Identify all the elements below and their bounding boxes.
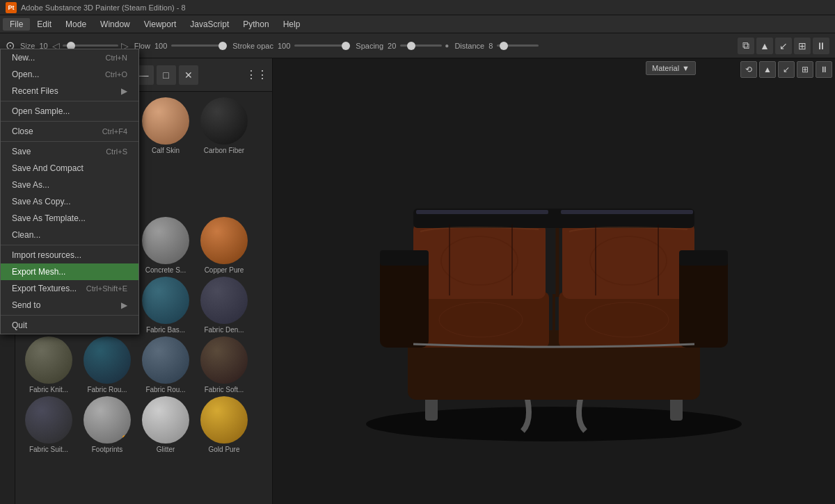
material-label-carbon-fiber: Carbon Fiber: [204, 147, 244, 154]
flow-section: Flow 100: [134, 42, 228, 50]
material-label-calf-skin: Calf Skin: [152, 147, 180, 154]
armrest-left-top: [380, 250, 429, 266]
material-sphere-fabric-rou1: [84, 336, 131, 384]
stroke-opac-slider[interactable]: [294, 44, 350, 47]
menu-quit[interactable]: Quit: [1, 317, 138, 334]
material-fabric-knit[interactable]: Fabric Knit...: [21, 336, 77, 393]
distance-slider-container: [497, 44, 539, 47]
toolbar-btn-3[interactable]: ↙: [775, 38, 792, 54]
material-sphere-fabric-knit: [25, 336, 72, 384]
material-sphere-concrete-s3: [142, 217, 189, 264]
couch-render-area: [273, 58, 835, 504]
material-fabric-den[interactable]: Fabric Den...: [196, 277, 252, 334]
material-label-copper-pure: Copper Pure: [205, 266, 244, 274]
panel-maximize[interactable]: □: [157, 65, 176, 85]
material-glitter[interactable]: Glitter: [138, 396, 193, 453]
panel-close[interactable]: ✕: [179, 65, 198, 85]
material-label-fabric-rou2: Fabric Rou...: [145, 386, 185, 393]
material-fabric-suit[interactable]: Fabric Suit...: [21, 396, 77, 453]
distance-section: Distance 8: [454, 42, 539, 50]
menu-window[interactable]: Window: [93, 18, 137, 31]
panel-grid-toggle[interactable]: ⋮⋮: [247, 65, 267, 85]
stroke-opac-label: Stroke opac: [232, 42, 273, 50]
viewport-btn-up[interactable]: ▲: [759, 61, 776, 78]
menu-edit[interactable]: Edit: [30, 18, 58, 31]
distance-slider[interactable]: [497, 44, 539, 47]
material-dropdown-label: Material: [652, 64, 679, 72]
menu-save-as[interactable]: Save As...: [1, 177, 138, 193]
viewport-btn-pan[interactable]: ↙: [778, 61, 795, 78]
toolbar-btn-4[interactable]: ⊞: [794, 38, 811, 54]
couch-svg: [310, 115, 797, 448]
menu-send-to[interactable]: Send to ▶: [1, 297, 138, 314]
size-slider[interactable]: [63, 44, 118, 47]
menu-bar: File Edit Mode Window Viewport JavaScrip…: [0, 15, 835, 33]
menu-file[interactable]: File: [3, 18, 30, 31]
material-label-gold-pure: Gold Pure: [208, 446, 239, 453]
separator-2: [1, 121, 138, 122]
viewport-controls: ⟲ ▲ ↙ ⊞ ⏸: [740, 61, 832, 78]
material-dropdown[interactable]: Material ▼: [646, 61, 696, 75]
material-label-fabric-den: Fabric Den...: [204, 326, 244, 334]
stroke-opac-slider-container: [294, 44, 350, 47]
armrest-left: [380, 254, 429, 348]
distance-value: 8: [488, 42, 493, 50]
material-sphere-footprints: [84, 396, 131, 444]
material-label-fabric-knit: Fabric Knit...: [29, 386, 68, 393]
viewport-btn-pause[interactable]: ⏸: [816, 61, 832, 78]
menu-javascript[interactable]: JavaScript: [183, 18, 236, 31]
material-gold-pure[interactable]: Gold Pure: [196, 396, 252, 453]
material-fabric-soft[interactable]: Fabric Soft...: [196, 336, 252, 393]
menu-save-as-template[interactable]: Save As Template...: [1, 210, 138, 227]
menu-export-mesh[interactable]: Export Mesh...: [1, 263, 138, 280]
menu-clean[interactable]: Clean...: [1, 227, 138, 243]
menu-open-sample[interactable]: Open Sample...: [1, 103, 138, 120]
spacing-value: 20: [388, 42, 396, 50]
menu-save-and-compact[interactable]: Save And Compact: [1, 160, 138, 177]
seat-cushion-left: [413, 292, 549, 348]
stroke-opac-section: Stroke opac 100: [232, 42, 350, 50]
toolbar-btn-5[interactable]: ⏸: [813, 38, 829, 54]
materials-row-6: Fabric Suit... Footprints Glitter Gold P…: [21, 396, 267, 453]
material-carbon-fiber[interactable]: Carbon Fiber: [196, 97, 252, 154]
viewport: Material ▼ ⟲ ▲ ↙ ⊞ ⏸: [273, 58, 835, 504]
menu-help[interactable]: Help: [276, 18, 308, 31]
menu-open[interactable]: Open... Ctrl+O: [1, 66, 138, 83]
menu-python[interactable]: Python: [236, 18, 276, 31]
material-footprints[interactable]: Footprints: [79, 396, 135, 453]
separator-4: [1, 245, 138, 245]
material-fabric-rou2[interactable]: Fabric Rou...: [138, 336, 193, 393]
back-cushion-left: [413, 222, 546, 299]
menu-save[interactable]: Save Ctrl+S: [1, 143, 138, 160]
material-label-fabric-ba2: Fabric Bas...: [146, 326, 185, 334]
material-calf-skin[interactable]: Calf Skin: [138, 97, 193, 154]
material-sphere-fabric-rou2: [142, 336, 189, 384]
menu-export-textures[interactable]: Export Textures... Ctrl+Shift+E: [1, 280, 138, 297]
flow-slider[interactable]: [171, 44, 227, 47]
menu-close[interactable]: Close Ctrl+F4: [1, 123, 138, 140]
viewport-btn-rotate[interactable]: ⟲: [740, 61, 757, 78]
menu-mode[interactable]: Mode: [58, 18, 93, 31]
material-sphere-calf-skin: [142, 97, 189, 145]
material-fabric-ba2[interactable]: Fabric Bas...: [138, 277, 193, 334]
title-bar: Pt Adobe Substance 3D Painter (Steam Edi…: [0, 0, 835, 15]
material-label-fabric-soft: Fabric Soft...: [205, 386, 244, 393]
spacing-label: Spacing: [356, 42, 383, 50]
toolbar-btn-2[interactable]: ▲: [756, 38, 773, 54]
viewport-btn-grid[interactable]: ⊞: [797, 61, 813, 78]
spacing-slider[interactable]: [400, 44, 442, 47]
material-copper-pure[interactable]: Copper Pure: [196, 217, 252, 274]
menu-recent-files[interactable]: Recent Files ▶: [1, 83, 138, 99]
back-top-highlight-right: [561, 210, 693, 214]
app-logo: Pt: [6, 2, 17, 13]
separator-1: [1, 101, 138, 101]
menu-save-as-copy[interactable]: Save As Copy...: [1, 193, 138, 210]
material-fabric-rou1[interactable]: Fabric Rou...: [79, 336, 135, 393]
flow-value: 100: [154, 42, 167, 50]
menu-import-resources[interactable]: Import resources...: [1, 247, 138, 263]
menu-new[interactable]: New... Ctrl+N: [1, 49, 138, 66]
menu-viewport[interactable]: Viewport: [137, 18, 183, 31]
stroke-opac-value: 100: [278, 42, 290, 50]
toolbar-btn-1[interactable]: ⧉: [738, 38, 754, 54]
material-concrete-s3[interactable]: Concrete S...: [138, 217, 193, 274]
